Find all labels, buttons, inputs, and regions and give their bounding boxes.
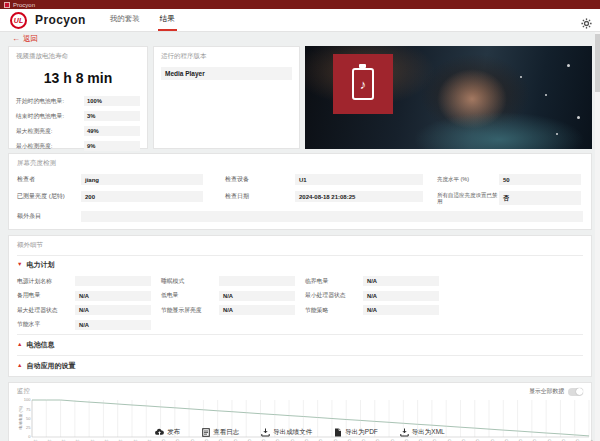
saver-policy-field: N/A <box>363 305 439 315</box>
bokeh-dot <box>577 116 580 119</box>
button-label: 发布 <box>167 428 180 437</box>
tab-my-suites[interactable]: 我的套装 <box>108 14 142 31</box>
bokeh-dot <box>520 76 522 78</box>
stat-label: 结束时的电池电量: <box>16 112 64 121</box>
brightness-section-title: 屏幕亮度检测 <box>17 159 583 168</box>
pdf-file-icon <box>334 428 342 437</box>
reserve-battery-field: N/A <box>75 291 151 301</box>
stat-label: 最大检测亮度: <box>16 127 52 136</box>
app-version-card: 运行的程序版本 Media Player <box>153 46 300 149</box>
bottom-toolbar: 发布 查看日志 导出成绩文件 导出为PDF 导出为XML <box>0 423 600 441</box>
field-label: 睡眠模式 <box>161 277 219 286</box>
power-plan-name-field <box>75 276 151 286</box>
view-log-button[interactable]: 查看日志 <box>202 428 239 437</box>
field-label: 临界电量 <box>305 277 363 286</box>
show-all-data-toggle[interactable] <box>568 388 583 396</box>
brand-name: Procyon <box>35 13 86 27</box>
device-field[interactable]: U1 <box>295 174 423 185</box>
chevron-up-icon: ▲ <box>17 342 22 348</box>
field-label: 最小处理器状态 <box>305 291 363 300</box>
export-result-file-button[interactable]: 导出成绩文件 <box>261 428 312 437</box>
field-label: 节能策略 <box>305 306 363 315</box>
window-title: Procyon <box>13 2 35 8</box>
details-section-title: 额外细节 <box>17 241 583 250</box>
log-document-icon <box>202 428 210 437</box>
ul-logo-icon: UL <box>10 12 27 29</box>
window-titlebar: Procyon <box>0 0 600 9</box>
power-plan-title: 电力计划 <box>26 260 54 270</box>
app-icon <box>4 2 10 8</box>
critical-battery-field: N/A <box>363 276 439 286</box>
stat-value: 3% <box>84 111 140 121</box>
app-version-value: Media Player <box>161 67 292 80</box>
energy-saver-level-field: N/A <box>75 320 151 330</box>
saver-brightness-field: N/A <box>219 305 295 315</box>
publish-button[interactable]: 发布 <box>155 428 180 437</box>
stat-row: 结束时的电池电量: 3% <box>16 111 140 121</box>
toggle-label: 显示全部数据 <box>529 387 564 396</box>
bokeh-dot <box>545 94 547 96</box>
stat-label: 开始时的电池电量: <box>16 97 64 106</box>
back-link[interactable]: ← 返回 <box>0 32 600 45</box>
stat-row: 最小检测亮度: 9% <box>16 141 140 151</box>
extra-details-section: 额外细节 ▼ 电力计划 电源计划名称 备用电量N/A 最大处理器状态N/A 节能… <box>8 235 592 377</box>
field-label: 所有自适应亮度设置已禁用 <box>437 192 499 205</box>
export-pdf-button[interactable]: 导出为PDF <box>334 428 378 437</box>
vertical-scrollbar[interactable] <box>595 32 600 441</box>
brightness-grid: 检查者jiang 已测量亮度 (尼特)200 检查设备U1 检查日期2024-0… <box>17 174 583 211</box>
field-label: 检查设备 <box>225 175 295 184</box>
svg-text:50: 50 <box>26 416 31 421</box>
settings-gear-icon[interactable] <box>581 15 592 33</box>
main-tabs: 我的套装 结果 <box>108 9 177 31</box>
export-xml-button[interactable]: 导出为XML <box>400 428 445 437</box>
tab-results[interactable]: 结果 <box>158 14 177 31</box>
field-label: 亮度水平 (%) <box>437 176 499 182</box>
battery-life-title: 视频播放电池寿命 <box>16 52 140 61</box>
battery-benchmark-logo: ♪ <box>333 54 393 114</box>
field-label: 已测量亮度 (尼特) <box>17 192 81 201</box>
low-battery-field: N/A <box>219 291 295 301</box>
field-label: 检查日期 <box>225 192 295 201</box>
max-processor-field: N/A <box>75 305 151 315</box>
adaptive-disabled-field: 否 <box>499 191 581 205</box>
field-label: 最大处理器状态 <box>17 306 75 315</box>
measured-brightness-field[interactable]: 200 <box>81 191 203 202</box>
brightness-check-section: 屏幕亮度检测 检查者jiang 已测量亮度 (尼特)200 检查设备U1 检查日… <box>8 153 592 230</box>
back-label: 返回 <box>23 34 38 44</box>
battery-info-title: 电池信息 <box>26 340 54 350</box>
power-plan-grid: 电源计划名称 备用电量N/A 最大处理器状态N/A 节能水平N/A 睡眠模式 低… <box>17 276 583 334</box>
svg-text:100: 100 <box>24 397 31 402</box>
toggle-knob <box>576 388 583 395</box>
stat-label: 最小检测亮度: <box>16 142 52 151</box>
music-note-icon: ♪ <box>360 78 367 91</box>
auto-applied-settings-header[interactable]: ▲ 自动应用的设置 <box>17 355 583 376</box>
download-icon <box>400 428 409 437</box>
field-label: 检查者 <box>17 175 81 184</box>
stat-value: 49% <box>84 126 140 136</box>
summary-row: 视频播放电池寿命 13 h 8 min 开始时的电池电量: 100% 结束时的电… <box>8 46 592 149</box>
extra-notes-field[interactable] <box>81 211 583 222</box>
stat-row: 开始时的电池电量: 100% <box>16 96 140 106</box>
stat-value: 9% <box>84 141 140 151</box>
photo-figure-sweater <box>414 112 584 149</box>
auto-applied-settings-title: 自动应用的设置 <box>26 361 75 371</box>
battery-life-score: 13 h 8 min <box>16 70 140 86</box>
brightness-level-field[interactable]: 50 <box>499 174 581 185</box>
test-date-field: 2024-08-18 21:08:25 <box>295 191 423 202</box>
field-label: 备用电量 <box>17 291 75 300</box>
back-arrow-icon: ← <box>12 35 20 43</box>
svg-text:75: 75 <box>26 407 31 412</box>
power-plan-header[interactable]: ▼ 电力计划 <box>17 255 583 274</box>
battery-life-card: 视频播放电池寿命 13 h 8 min 开始时的电池电量: 100% 结束时的电… <box>8 46 148 149</box>
bokeh-dot <box>567 64 570 67</box>
button-label: 导出成绩文件 <box>273 428 312 437</box>
stat-value: 100% <box>84 96 140 106</box>
min-processor-field: N/A <box>363 291 439 301</box>
tester-field[interactable]: jiang <box>81 174 203 185</box>
button-label: 查看日志 <box>213 428 239 437</box>
battery-info-header[interactable]: ▲ 电池信息 <box>17 334 583 355</box>
chevron-up-icon: ▲ <box>17 363 22 369</box>
scrollbar-thumb[interactable] <box>595 34 600 92</box>
app-version-title: 运行的程序版本 <box>161 52 292 61</box>
chevron-down-icon: ▼ <box>17 262 22 268</box>
